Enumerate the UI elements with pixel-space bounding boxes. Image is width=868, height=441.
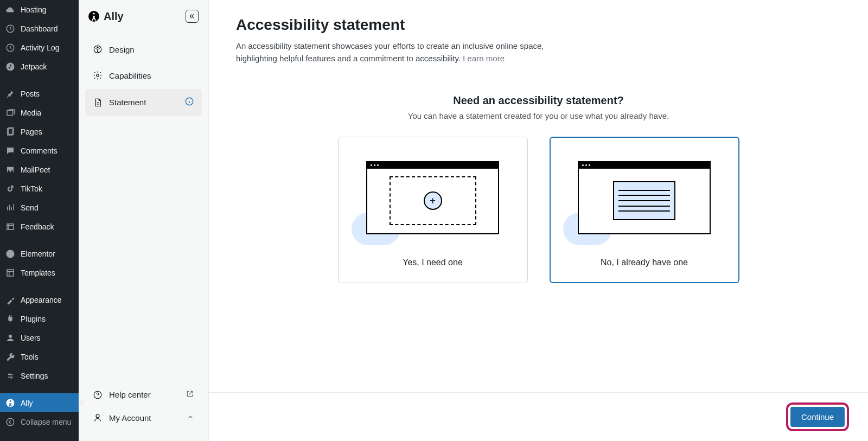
- sidebar-item-label: Settings: [21, 372, 48, 380]
- continue-button[interactable]: Continue: [790, 407, 845, 427]
- sidebar-item-users[interactable]: Users: [0, 328, 79, 347]
- sidebar-item-label: Hosting: [21, 5, 46, 14]
- ally-nav-capabilities[interactable]: Capabilities: [85, 63, 202, 88]
- sidebar-item-label: Jetpack: [21, 62, 47, 71]
- sidebar-item-label: Media: [21, 108, 41, 117]
- option-need-one[interactable]: + Yes, I need one: [338, 137, 528, 283]
- svg-point-15: [97, 47, 98, 48]
- sidebar-item-ally[interactable]: Ally: [0, 393, 79, 412]
- sidebar-item-feedback[interactable]: Feedback: [0, 217, 79, 236]
- cloud-icon: [5, 5, 15, 15]
- appearance-icon: [5, 295, 15, 305]
- ally-nav-label: Capabilities: [109, 71, 151, 80]
- prompt-title: Need an accessibility statement?: [236, 94, 841, 107]
- user-icon: [93, 413, 103, 423]
- external-link-icon: [186, 389, 194, 400]
- sidebar-item-label: Users: [21, 334, 41, 342]
- sidebar-item-elementor[interactable]: Elementor: [0, 244, 79, 263]
- sidebar-item-mailpoet[interactable]: MailPoet: [0, 160, 79, 179]
- ally-nav-design[interactable]: Design: [85, 37, 202, 62]
- page-title: Accessibility statement: [236, 16, 841, 34]
- svg-point-16: [97, 74, 99, 77]
- sidebar-item-label: Send: [21, 203, 39, 212]
- main-content: Accessibility statement An accessibility…: [209, 0, 868, 441]
- option-label: Yes, I need one: [403, 258, 463, 267]
- jetpack-icon: [5, 62, 15, 72]
- svg-point-19: [96, 414, 99, 418]
- prompt-subtitle: You can have a statement created for you…: [236, 111, 841, 120]
- info-icon: [184, 97, 194, 108]
- footer-bar: Continue: [209, 392, 868, 441]
- wp-admin-sidebar: Hosting Dashboard Activity Log Jetpack P…: [0, 0, 79, 441]
- tools-icon: [5, 352, 15, 362]
- illustration-create: +: [357, 153, 509, 242]
- accessibility-icon: [93, 44, 103, 54]
- option-label: No, I already have one: [601, 258, 688, 267]
- pages-icon: [5, 127, 15, 137]
- plugins-icon: [5, 314, 15, 324]
- tiktok-icon: [5, 184, 15, 194]
- clock-icon: [5, 43, 15, 53]
- sidebar-item-jetpack[interactable]: Jetpack: [0, 57, 79, 76]
- users-icon: [5, 333, 15, 343]
- media-icon: [5, 108, 15, 118]
- sidebar-item-pages[interactable]: Pages: [0, 122, 79, 141]
- help-center-label: Help center: [109, 390, 151, 399]
- svg-point-11: [10, 400, 11, 401]
- sidebar-item-label: Feedback: [21, 222, 54, 231]
- help-icon: [93, 390, 103, 400]
- sidebar-item-settings[interactable]: Settings: [0, 366, 79, 385]
- sidebar-item-appearance[interactable]: Appearance: [0, 290, 79, 309]
- sidebar-item-dashboard[interactable]: Dashboard: [0, 19, 79, 38]
- page-description: An accessibility statement showcases you…: [236, 40, 583, 65]
- sidebar-item-posts[interactable]: Posts: [0, 84, 79, 103]
- ally-nav-label: Design: [109, 45, 135, 54]
- sidebar-item-tiktok[interactable]: TikTok: [0, 179, 79, 198]
- my-account-label: My Account: [109, 413, 151, 423]
- learn-more-link[interactable]: Learn more: [463, 54, 505, 63]
- illustration-existing: [569, 153, 720, 242]
- svg-rect-3: [7, 110, 13, 115]
- mailpoet-icon: [5, 165, 15, 175]
- sidebar-item-label: Collapse menu: [21, 418, 71, 426]
- sidebar-item-activity-log[interactable]: Activity Log: [0, 38, 79, 57]
- my-account-link[interactable]: My Account: [85, 406, 202, 429]
- sidebar-item-hosting[interactable]: Hosting: [0, 0, 79, 19]
- ally-sub-panel: Ally Design Capabilities Statement: [79, 0, 209, 441]
- option-have-one[interactable]: No, I already have one: [550, 137, 739, 283]
- help-center-link[interactable]: Help center: [85, 383, 202, 406]
- svg-point-9: [9, 335, 12, 338]
- svg-point-13: [93, 12, 94, 14]
- sidebar-item-media[interactable]: Media: [0, 103, 79, 122]
- sidebar-collapse-menu[interactable]: Collapse menu: [0, 412, 79, 431]
- document-icon: [93, 98, 103, 107]
- settings-icon: [5, 371, 15, 381]
- sidebar-item-label: Posts: [21, 90, 40, 98]
- collapse-icon: [5, 417, 15, 427]
- sidebar-item-templates[interactable]: Templates: [0, 263, 79, 282]
- sidebar-item-send[interactable]: Send: [0, 198, 79, 217]
- sidebar-item-plugins[interactable]: Plugins: [0, 309, 79, 328]
- pin-icon: [5, 89, 15, 99]
- sidebar-item-comments[interactable]: Comments: [0, 141, 79, 160]
- plus-icon: +: [424, 191, 442, 210]
- ally-logo-icon: [88, 11, 99, 22]
- sidebar-item-label: Plugins: [21, 315, 46, 323]
- sidebar-item-label: MailPoet: [21, 165, 50, 174]
- elementor-icon: [5, 249, 15, 259]
- ally-panel-title: Ally: [104, 10, 124, 23]
- ally-nav-label: Statement: [109, 98, 146, 107]
- svg-rect-8: [7, 270, 14, 276]
- ally-icon: [5, 398, 15, 408]
- sidebar-item-tools[interactable]: Tools: [0, 347, 79, 366]
- svg-point-12: [7, 418, 14, 426]
- comments-icon: [5, 146, 15, 156]
- ally-nav-statement[interactable]: Statement: [85, 89, 202, 116]
- collapse-panel-button[interactable]: [186, 10, 199, 23]
- sidebar-item-label: TikTok: [21, 184, 42, 193]
- sidebar-item-label: Comments: [21, 146, 58, 155]
- sidebar-item-label: Tools: [21, 353, 39, 361]
- sidebar-item-label: Pages: [21, 127, 42, 136]
- send-icon: [5, 203, 15, 213]
- gear-icon: [93, 71, 103, 80]
